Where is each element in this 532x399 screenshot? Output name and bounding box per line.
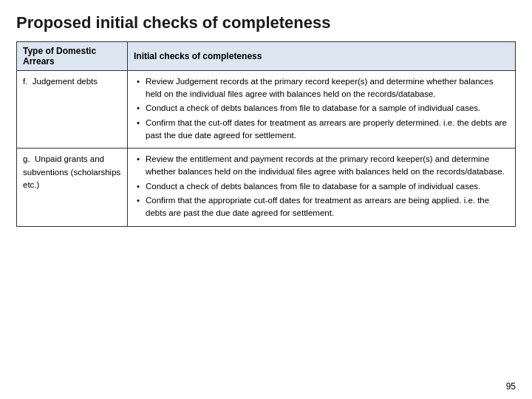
header-col2: Initial checks of completeness: [128, 42, 516, 71]
row-checks: Review Judgement records at the primary …: [128, 71, 516, 149]
check-item: Review the entitlement and payment recor…: [135, 153, 508, 177]
table-row: f. Judgement debtsReview Judgement recor…: [17, 71, 516, 149]
table-row: g. Unpaid grants and subventions (schola…: [17, 149, 516, 226]
page-number: 95: [16, 378, 516, 392]
check-item: Review Judgement records at the primary …: [135, 75, 508, 100]
page: Proposed initial checks of completeness …: [0, 0, 532, 399]
row-type-label: f. Judgement debts: [17, 71, 128, 149]
page-title: Proposed initial checks of completeness: [16, 13, 516, 33]
table-header-row: Type of Domestic Arrears Initial checks …: [17, 42, 516, 71]
check-item: Confirm that the appropriate cut-off dat…: [135, 194, 508, 219]
check-item: Confirm that the cut-off dates for treat…: [135, 117, 508, 141]
completeness-table: Type of Domestic Arrears Initial checks …: [16, 41, 516, 227]
row-type-label: g. Unpaid grants and subventions (schola…: [17, 149, 128, 226]
row-checks: Review the entitlement and payment recor…: [128, 149, 516, 226]
check-item: Conduct a check of debts balances from f…: [135, 180, 508, 193]
check-item: Conduct a check of debts balances from f…: [135, 102, 508, 115]
header-col1: Type of Domestic Arrears: [17, 42, 128, 71]
